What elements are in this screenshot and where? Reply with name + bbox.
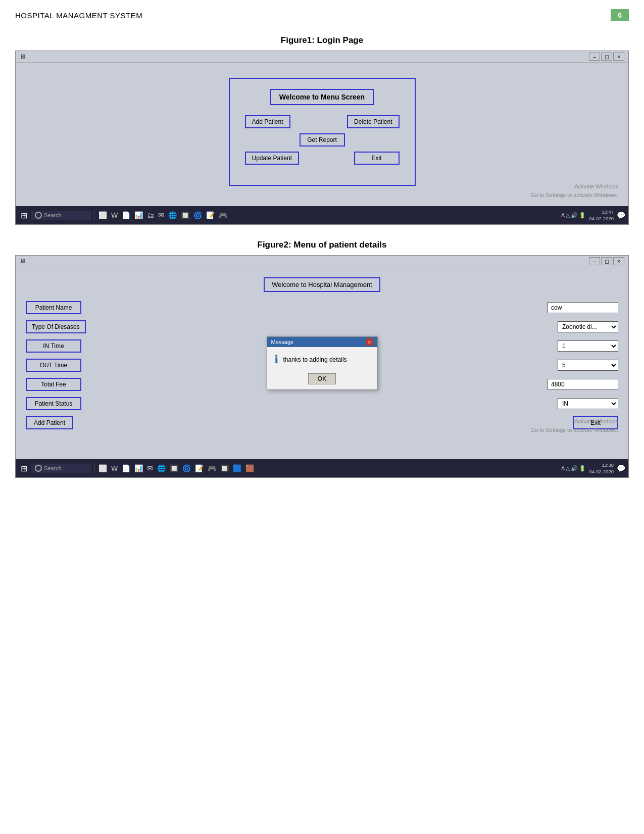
taskbar-right: A △ 🔊 🔋 12:47 04-02-2020 💬 xyxy=(561,209,625,222)
dialog-title: Message xyxy=(271,339,294,345)
sys-tray-icons-2: A △ 🔊 🔋 xyxy=(561,465,586,472)
patient-name-input[interactable] xyxy=(548,302,618,313)
taskbar-divider xyxy=(94,210,94,220)
patient-name-row: Patient Name xyxy=(26,301,618,314)
search-area[interactable]: Search xyxy=(31,211,91,220)
taskbar-icon-6[interactable]: ✉ xyxy=(157,210,166,220)
total-fee-label: Total Fee xyxy=(26,378,81,391)
dialog-footer: OK xyxy=(267,370,377,389)
taskbar2-icon-2[interactable]: W xyxy=(110,463,119,473)
search-label-2: Search xyxy=(44,465,62,471)
figure2-window: 🖥 – ◻ × Welcome to Hospital Management P… xyxy=(15,255,629,478)
taskbar-app-icons: ⬜ W 📄 📊 🗂 ✉ 🌐 🔲 🌀 📝 🎮 xyxy=(97,210,229,220)
dialog-titlebar: Message × xyxy=(267,337,377,347)
page-header: HOSPITAL MANAGMENT SYSTEM 6 xyxy=(0,0,644,26)
sound-icon-2: 🔊 xyxy=(571,465,578,472)
get-report-button[interactable]: Get Report xyxy=(300,133,345,146)
page-title: HOSPITAL MANAGMENT SYSTEM xyxy=(15,11,142,20)
start-button[interactable]: ⊞ xyxy=(19,211,29,220)
taskbar2-icon-3[interactable]: 📄 xyxy=(120,463,132,473)
taskbar-icon-7[interactable]: 🌐 xyxy=(167,210,178,220)
message-dialog[interactable]: Message × ℹ thanks to adding details OK xyxy=(267,336,378,390)
taskbar-icon-1[interactable]: ⬜ xyxy=(97,210,109,220)
dialog-ok-button[interactable]: OK xyxy=(308,373,336,384)
add-patient-button[interactable]: Add Patient xyxy=(245,115,290,128)
activate-windows-watermark: Activate Windows Go to Settings to activ… xyxy=(530,182,618,199)
minimize-button[interactable]: – xyxy=(589,53,600,61)
taskbar2-icon-8[interactable]: 🌀 xyxy=(181,463,192,473)
taskbar2-icon-5[interactable]: ✉ xyxy=(145,463,155,473)
window-controls-2[interactable]: – ◻ × xyxy=(589,257,624,265)
sys-tray-icons: A △ 🔊 🔋 xyxy=(561,212,586,219)
battery-icon: 🔋 xyxy=(579,212,586,219)
in-time-select[interactable]: 1 xyxy=(558,340,618,352)
taskbar-figure1: ⊞ Search ⬜ W 📄 📊 🗂 ✉ 🌐 🔲 🌀 📝 🎮 A △ 🔊 🔋 xyxy=(16,206,628,224)
notification-icon[interactable]: 💬 xyxy=(617,211,625,219)
update-patient-button[interactable]: Update Patient xyxy=(245,152,299,165)
lang-icon: A xyxy=(561,212,565,218)
type-of-diesases-select[interactable]: Zoonotic di... xyxy=(558,321,618,332)
taskbar-clock-2: 12:38 04-02-2020 xyxy=(589,462,614,475)
window-controls[interactable]: – ◻ × xyxy=(589,53,624,61)
taskbar2-icon-1[interactable]: ⬜ xyxy=(97,463,109,473)
taskbar-icon-11[interactable]: 🎮 xyxy=(217,210,229,220)
taskbar2-icon-12[interactable]: 🟦 xyxy=(231,463,243,473)
taskbar-icon-2[interactable]: W xyxy=(110,210,119,220)
taskbar-icon-10[interactable]: 📝 xyxy=(205,210,216,220)
welcome-hospital-label: Welcome to Hospital Management xyxy=(264,277,380,292)
search-circle-icon-2 xyxy=(35,465,42,472)
type-of-diesases-row: Type Of Diesases Zoonotic di... xyxy=(26,320,618,333)
figure2-title: Figure2: Menu of patient details xyxy=(0,240,644,250)
lang-icon-2: A xyxy=(561,465,565,471)
minimize-button-2[interactable]: – xyxy=(589,257,600,265)
taskbar-clock: 12:47 04-02-2020 xyxy=(589,209,614,222)
type-of-diesases-label: Type Of Diesases xyxy=(26,320,86,333)
search-area-2[interactable]: Search xyxy=(31,464,91,473)
taskbar2-icon-6[interactable]: 🌐 xyxy=(156,463,167,473)
taskbar-icon-8[interactable]: 🔲 xyxy=(179,210,191,220)
activate-windows-watermark-2: Activate Windows Go to Settings to activ… xyxy=(530,417,618,434)
patient-status-select[interactable]: IN xyxy=(558,398,618,409)
info-icon: ℹ xyxy=(274,353,278,366)
search-label: Search xyxy=(44,212,62,218)
out-time-select[interactable]: 5 xyxy=(558,360,618,371)
total-fee-input[interactable] xyxy=(548,379,618,390)
close-button-2[interactable]: × xyxy=(613,257,624,265)
dialog-body: ℹ thanks to adding details xyxy=(267,347,377,370)
maximize-button[interactable]: ◻ xyxy=(601,53,612,61)
taskbar-app-icons-2: ⬜ W 📄 📊 ✉ 🌐 🔲 🌀 📝 🎮 🔲 🟦 🟫 xyxy=(97,463,256,473)
taskbar2-icon-9[interactable]: 📝 xyxy=(193,463,205,473)
taskbar2-icon-13[interactable]: 🟫 xyxy=(244,463,256,473)
titlebar-left-2: 🖥 xyxy=(20,258,26,265)
taskbar-divider-2 xyxy=(94,463,94,473)
taskbar2-icon-10[interactable]: 🎮 xyxy=(206,463,218,473)
window-icon-2: 🖥 xyxy=(20,258,26,265)
add-patient-form-button[interactable]: Add Patient xyxy=(26,416,73,429)
figure2-content: Welcome to Hospital Management Patient N… xyxy=(16,267,628,459)
window-icon: 🖥 xyxy=(20,53,26,60)
delete-patient-button[interactable]: Delete Patient xyxy=(347,115,399,128)
taskbar2-icon-7[interactable]: 🔲 xyxy=(168,463,180,473)
search-circle-icon xyxy=(35,212,42,219)
taskbar2-icon-4[interactable]: 📊 xyxy=(133,463,144,473)
taskbar-icon-4[interactable]: 📊 xyxy=(133,210,144,220)
patient-status-row: Patient Status IN xyxy=(26,397,618,410)
maximize-button-2[interactable]: ◻ xyxy=(601,257,612,265)
notification-icon-2[interactable]: 💬 xyxy=(617,464,625,472)
close-button[interactable]: × xyxy=(613,53,624,61)
exit-button[interactable]: Exit xyxy=(354,152,400,165)
figure1-titlebar: 🖥 – ◻ × xyxy=(16,51,628,63)
network-icon-2: △ xyxy=(566,465,570,472)
out-time-label: OUT Time xyxy=(26,359,81,372)
taskbar-icon-3[interactable]: 📄 xyxy=(120,210,132,220)
menu-row-1: Add Patient Delete Patient xyxy=(245,115,400,128)
taskbar-figure2: ⊞ Search ⬜ W 📄 📊 ✉ 🌐 🔲 🌀 📝 🎮 🔲 🟦 🟫 A △ xyxy=(16,459,628,477)
taskbar-icon-9[interactable]: 🌀 xyxy=(192,210,204,220)
dialog-close-button[interactable]: × xyxy=(366,338,373,346)
figure1-content: Welcome to Menu Screen Add Patient Delet… xyxy=(16,63,628,206)
taskbar-right-2: A △ 🔊 🔋 12:38 04-02-2020 💬 xyxy=(561,462,625,475)
patient-name-label: Patient Name xyxy=(26,301,81,314)
taskbar-icon-5[interactable]: 🗂 xyxy=(145,210,156,220)
start-button-2[interactable]: ⊞ xyxy=(19,464,29,473)
taskbar2-icon-11[interactable]: 🔲 xyxy=(219,463,230,473)
